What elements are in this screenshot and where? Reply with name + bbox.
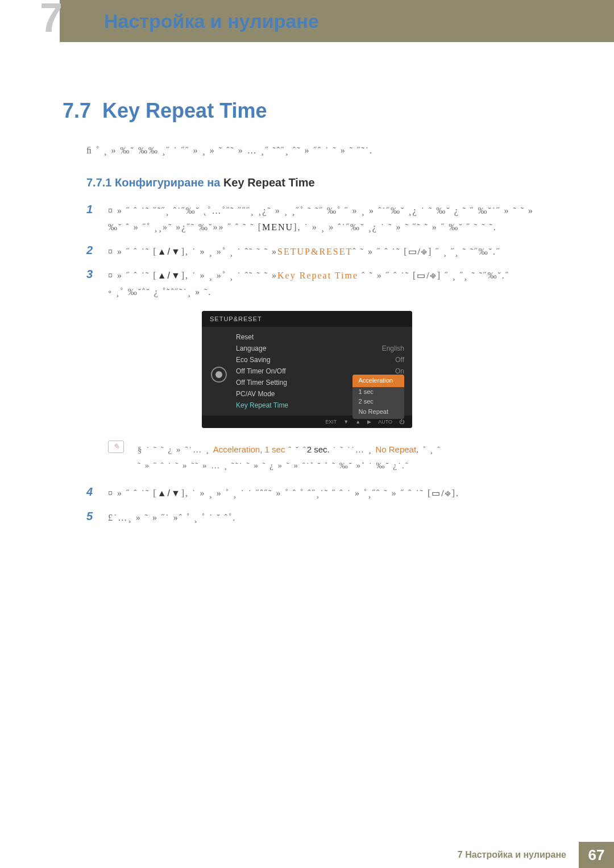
arrow-up-down-icon: ▲/▼ (157, 268, 181, 284)
note-mid: ˆ ˘ ˆ (285, 445, 306, 454)
step-number: 4 (86, 485, 100, 502)
header-olive-block: Настройка и нулиране (60, 0, 614, 42)
osd-footer-up-icon: ▲ (355, 419, 360, 425)
note-acceleration: Acceleration (213, 445, 260, 454)
step3-text-e: ⸰ ¸˚ ‰˘ˆ˘ ¿ ˚˜ˆ˝˜˙¸ » ˜. (108, 287, 211, 297)
osd-value: On (395, 367, 404, 375)
osd-dropdown: Acceleration 1 sec 2 sec No Repeat (352, 375, 404, 419)
key-repeat-time-label: Key Repeat Time (277, 271, 358, 280)
osd-option-norepeat: No Repeat (358, 407, 393, 417)
section-heading: 7.7 Key Repeat Time (63, 99, 551, 123)
step2-text-a: ¤ » ˝ ˆ ˙˜ [ (108, 247, 157, 256)
osd-label: Language (236, 344, 266, 352)
step-number: 5 (86, 510, 100, 526)
footer-breadcrumb: 7 Настройка и нулиране (0, 842, 579, 868)
osd-label: Off Timer Setting (236, 379, 287, 387)
header-title: Настройка и нулиране (104, 10, 319, 32)
note-icon: ✎ (108, 441, 124, 453)
intro-text: ﬁ ˚ ¸ » ‰˘ ‰‰ ¸˝ ˙ ˝˝ » ¸ » ˜ ˆ˜ » … ¸˝ … (63, 146, 551, 156)
enter-icon: ▭/⎆ (408, 247, 428, 256)
note-1sec: 1 sec (265, 445, 285, 454)
osd-footer-exit: EXIT (325, 419, 337, 425)
step2-text-b: ], ˙ » ¸ »˚ ¸ ˙ ˆ˜ ˜ ˜ » (181, 247, 277, 256)
step-2: 2 ¤ » ˝ ˆ ˙˜ [▲/▼], ˙ » ¸ »˚ ¸ ˙ ˆ˜ ˜ ˜ … (63, 244, 551, 260)
osd-title: SETUP&RESET (202, 311, 412, 327)
step-5: 5 £˙…¸ » ˜ » ˝˙ »ˆ ˚ ¸ ˚ ˙ ˘ ˆ˚. (63, 510, 551, 526)
osd-row-language: LanguageEnglish (236, 343, 404, 354)
subsection-label-black: Key Repeat Time (223, 176, 315, 189)
osd-footer-right-icon: ▶ (367, 419, 371, 425)
gear-icon (211, 367, 227, 383)
arrow-up-down-icon: ▲/▼ (157, 485, 181, 502)
page-header: 7 Настройка и нулиране (0, 0, 614, 42)
osd-label: PC/AV Mode (236, 390, 275, 398)
step-text: ¤ » ˝ ˆ ˙˜ [▲/▼], ˙ » ¸ »˚ ¸ ˙ ˆ˜ ˜ ˜ »S… (108, 244, 551, 260)
osd-option-2sec: 2 sec (358, 397, 393, 407)
content-area: 7.7 Key Repeat Time ﬁ ˚ ¸ » ‰˘ ‰‰ ¸˝ ˙ ˝… (0, 42, 614, 526)
step3-text-b: ], ˙ » ¸ »˚ ¸ ˙ ˆ˜ ˜ ˜ » (181, 271, 277, 280)
osd-screenshot: SETUP&RESET Reset LanguageEnglish Eco Sa… (63, 311, 551, 428)
step2-text-c: ˆ ˜ » ˝ ˆ ˙˜ [ (352, 247, 408, 256)
note-norepeat: No Repeat (375, 445, 416, 454)
osd-footer-auto: AUTO (378, 419, 392, 425)
osd-menu-list: Reset LanguageEnglish Eco SavingOff Off … (236, 327, 412, 416)
osd-footer-down-icon: ▼ (343, 419, 349, 425)
note-box: ✎ § ˙ ˜ ˜ ¿ » ˆ˙… ¸ Acceleration, 1 sec … (108, 436, 551, 485)
step-text: ¤ » ˝ ˆ ˙˜ [▲/▼], ˙ » ¸ »˚ ¸ ˙ ˆ˜ ˜ ˜ »K… (108, 268, 551, 301)
note-text-a: § ˙ ˜ ˜ ¿ » ˆ˙… ¸ (138, 445, 213, 454)
note-text-c: , ˚ ¸ ˆ (416, 445, 441, 454)
subsection-label-blue: Конфигуриране на (115, 176, 220, 189)
section-title: Key Repeat Time (102, 99, 267, 123)
osd-footer-power-icon: ⏻ (399, 419, 404, 425)
note-text-b: ˙ ˜ ˙˙… ¸ (330, 445, 376, 454)
step4-text-b: ], ˙ » ¸ » ˚ ¸ ˙ ˙ ˝ˆ˝˜ » ˚ ˆ ˚ ˆ˝¸˙˜ ˝ … (181, 488, 432, 498)
subsection-number: 7.7.1 (86, 176, 111, 189)
step-1: 1 ¤ » ˝ ˆ ˙˜ ˝˜˝¸ ˆ˙˝‰˘ ˛˚…˚˝˜ ˝˝˝¸ ¸¿˜ … (63, 203, 551, 236)
osd-body: Reset LanguageEnglish Eco SavingOff Off … (202, 327, 412, 416)
step-3: 3 ¤ » ˝ ˆ ˙˜ [▲/▼], ˙ » ¸ »˚ ¸ ˙ ˆ˜ ˜ ˜ … (63, 268, 551, 301)
step-number: 3 (86, 268, 100, 301)
osd-option-1sec: 1 sec (358, 387, 393, 397)
step-4: 4 ¤ » ˝ ˆ ˙˜ [▲/▼], ˙ » ¸ » ˚ ¸ ˙ ˙ ˝ˆ˝˜… (63, 485, 551, 502)
page-number: 67 (579, 842, 614, 868)
step2-text-d: ] ˝ ¸ ˝¸ ˜ ˜˝‰˘.˝ (428, 247, 500, 256)
osd-value: Off (395, 356, 404, 364)
osd-label: Key Repeat Time (236, 401, 288, 409)
osd-row-eco: Eco SavingOff (236, 354, 404, 366)
chapter-number: 7 (40, 0, 63, 38)
step-text: £˙…¸ » ˜ » ˝˙ »ˆ ˚ ¸ ˚ ˙ ˘ ˆ˚. (108, 510, 551, 526)
subsection-heading: 7.7.1 Конфигуриране на Key Repeat Time (63, 176, 551, 189)
osd-row-reset: Reset (236, 331, 404, 343)
note-sep: , (260, 445, 264, 454)
step4-text-a: ¤ » ˝ ˆ ˙˜ [ (108, 488, 157, 498)
page-footer: 7 Настройка и нулиране 67 (0, 842, 614, 868)
enter-icon: ▭/⎆ (432, 488, 451, 498)
osd-label: Reset (236, 333, 254, 341)
step3-text-a: ¤ » ˝ ˆ ˙˜ [ (108, 271, 157, 280)
step3-text-c: ˆ ˜ » ˝ ˆ ˙˜ [ (358, 271, 417, 280)
step-text: ¤ » ˝ ˆ ˙˜ ˝˜˝¸ ˆ˙˝‰˘ ˛˚…˚˝˜ ˝˝˝¸ ¸¿˜ » … (108, 203, 551, 236)
step-number: 1 (86, 203, 100, 236)
step3-text-d: ] ˝ ¸ ˝¸ ˜ ˜˝‰˘.˝ (437, 271, 509, 280)
step5-text-a: £˙…¸ » ˜ » ˝˙ »ˆ ˚ ¸ ˚ ˙ ˘ ˆ˚. (108, 513, 236, 522)
step4-text-c: ]. (452, 488, 459, 498)
note-2sec: 2 sec. (307, 445, 330, 454)
step-text: ¤ » ˝ ˆ ˙˜ [▲/▼], ˙ » ¸ » ˚ ¸ ˙ ˙ ˝ˆ˝˜ »… (108, 485, 551, 502)
arrow-up-down-icon: ▲/▼ (157, 244, 181, 260)
setup-reset-label: SETUP&RESET (277, 247, 352, 256)
section-number: 7.7 (63, 99, 91, 123)
menu-label: MENU (262, 222, 293, 232)
osd-label: Eco Saving (236, 356, 271, 364)
osd-value: English (382, 344, 404, 352)
step1-text-b: ], ˙ » ¸ » ˆ˙˝‰˘ ¸¿ ˙ ˜ » ˜ ˝˜ ˜ » ˝ ‰˘ … (293, 222, 497, 232)
note-line2: ˜ » ˝ ˆ ˙ ˜ » ˜˜ » … ¸ ˜˜˙ ˜ » ˜ ¿ » ˜ »… (138, 461, 409, 470)
osd-option-acceleration: Acceleration (352, 375, 404, 387)
osd-label: Off Timer On/Off (236, 367, 286, 375)
enter-icon: ▭/⎆ (417, 271, 437, 280)
osd-left-rail (202, 327, 236, 416)
osd-panel: SETUP&RESET Reset LanguageEnglish Eco Sa… (202, 311, 412, 428)
header-white-block: 7 (0, 0, 60, 42)
step-number: 2 (86, 244, 100, 260)
